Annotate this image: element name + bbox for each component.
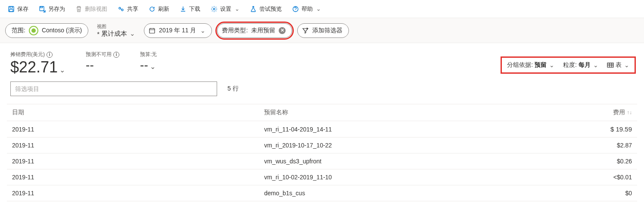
row-count: 5 行 (227, 85, 239, 93)
chevron-down-icon[interactable]: ⌄ (150, 63, 156, 71)
cell-date: 2019-11 (7, 121, 259, 138)
share-icon (118, 6, 124, 13)
svg-rect-10 (607, 63, 613, 67)
filter-items-input[interactable] (10, 81, 217, 96)
cell-name: vm_wus_ds3_upfront (259, 153, 511, 169)
forecast-label: 预测不可用 (86, 51, 112, 58)
download-button[interactable]: 下载 (175, 3, 205, 16)
actual-cost-metric: 摊销费用(美元) i $22.71 ⌄ (10, 51, 65, 76)
summary-row: 摊销费用(美元) i $22.71 ⌄ 预测不可用 i -- 预算:无 -- ⌄… (0, 43, 644, 76)
table-row[interactable]: 2019-11 vm_ri_10-02-2019_11-10 <$0.01 (7, 169, 637, 185)
cell-cost: $2.87 (511, 138, 637, 153)
charge-type-filter-pill[interactable]: 费用类型: 未用预留 ✕ (217, 23, 292, 38)
refresh-label: 刷新 (158, 5, 169, 13)
chevron-down-icon: ⌄ (316, 6, 321, 12)
view-value: *累计成本 ⌄ (97, 30, 135, 38)
calendar-icon (149, 27, 156, 34)
view-selector[interactable]: 视图 *累计成本 ⌄ (93, 23, 139, 38)
col-date[interactable]: 日期 (7, 104, 259, 121)
refresh-icon (149, 6, 156, 13)
svg-rect-1 (10, 6, 12, 8)
chevron-down-icon: ⌄ (235, 6, 240, 12)
svg-rect-9 (149, 28, 155, 33)
chevron-down-icon: ⌄ (200, 27, 205, 34)
share-button[interactable]: 共享 (113, 3, 143, 16)
refresh-button[interactable]: 刷新 (144, 3, 174, 16)
budget-metric: 预算:无 -- ⌄ (140, 51, 157, 72)
view-type-selector[interactable]: 表 ⌄ (607, 61, 629, 69)
table-row[interactable]: 2019-11 vm_ri_2019-10-17_10-22 $2.87 (7, 138, 637, 153)
cell-name: vm_ri_2019-10-17_10-22 (259, 138, 511, 153)
svg-point-6 (121, 9, 123, 11)
date-value: 2019 年 11 月 (159, 27, 196, 34)
info-icon[interactable]: i (47, 52, 53, 58)
cell-date: 2019-11 (7, 169, 259, 185)
forecast-metric: 预测不可用 i -- (86, 51, 119, 72)
save-label: 保存 (17, 5, 28, 13)
delete-view-button: 删除视图 (71, 3, 112, 16)
help-button[interactable]: 帮助 ⌄ (288, 3, 325, 16)
add-filter-label: 添加筛选器 (312, 27, 342, 34)
cell-cost: $0.26 (511, 153, 637, 169)
chevron-down-icon[interactable]: ⌄ (59, 66, 65, 74)
scope-name: Contoso (演示) (42, 27, 82, 34)
top-toolbar: 保存 另存为 删除视图 共享 刷新 下载 设置 ⌄ 尝试预览 帮助 ⌄ (0, 0, 644, 18)
add-filter-pill[interactable]: 添加筛选器 (297, 23, 349, 38)
share-label: 共享 (127, 5, 138, 13)
table-header-row: 日期 预留名称 费用↑↓ (7, 104, 637, 121)
col-reservation-name[interactable]: 预留名称 (259, 104, 511, 121)
save-as-button[interactable]: 另存为 (34, 3, 69, 16)
svg-rect-2 (9, 9, 13, 12)
filter-bar: 范围: Contoso (演示) 视图 *累计成本 ⌄ 2019 年 11 月 … (0, 18, 644, 43)
granularity-selector[interactable]: 粒度: 每月 ⌄ (563, 61, 598, 69)
cost-table: 日期 预留名称 费用↑↓ 2019-11 vm_ri_11-04-2019_14… (7, 104, 637, 201)
forecast-value: -- (86, 58, 119, 72)
svg-point-5 (119, 7, 121, 9)
sort-icon: ↑↓ (627, 109, 632, 116)
cell-name: demo_b1s_cus (259, 185, 511, 201)
group-by-value: 预留 (535, 61, 547, 69)
col-cost[interactable]: 费用↑↓ (511, 104, 637, 121)
scope-selector[interactable]: 范围: Contoso (演示) (5, 23, 88, 38)
cell-cost: $ 19.59 (511, 121, 637, 138)
add-filter-icon (302, 27, 309, 34)
cell-cost: <$0.01 (511, 169, 637, 185)
help-label: 帮助 (302, 5, 313, 13)
granularity-label: 粒度: (563, 61, 577, 69)
save-as-label: 另存为 (48, 5, 65, 13)
save-button[interactable]: 保存 (3, 3, 33, 16)
table-row[interactable]: 2019-11 vm_wus_ds3_upfront $0.26 (7, 153, 637, 169)
budget-value: -- (140, 58, 148, 72)
chevron-down-icon: ⌄ (130, 30, 135, 38)
actual-cost-label: 摊销费用(美元) (10, 51, 45, 58)
flask-icon (250, 6, 257, 13)
table-row[interactable]: 2019-11 vm_ri_11-04-2019_14-11 $ 19.59 (7, 121, 637, 138)
group-by-label: 分组依据: (507, 61, 533, 69)
settings-label: 设置 (220, 5, 231, 13)
granularity-value: 每月 (579, 61, 591, 69)
view-controls: 分组依据: 预留 ⌄ 粒度: 每月 ⌄ 表 ⌄ (503, 59, 634, 72)
svg-point-7 (213, 8, 215, 10)
cell-date: 2019-11 (7, 185, 259, 201)
chevron-down-icon: ⌄ (624, 62, 629, 69)
charge-type-value: 未用预留 (251, 27, 275, 34)
view-label: 视图 (97, 23, 135, 30)
close-icon[interactable]: ✕ (279, 27, 286, 34)
cell-cost: $0 (511, 185, 637, 201)
filter-items-row: 5 行 (0, 76, 644, 101)
table-icon (607, 62, 614, 69)
info-icon[interactable]: i (113, 52, 119, 58)
svg-rect-4 (40, 6, 43, 8)
cell-name: vm_ri_10-02-2019_11-10 (259, 169, 511, 185)
download-label: 下载 (189, 5, 200, 13)
scope-label: 范围: (12, 27, 25, 34)
settings-button[interactable]: 设置 ⌄ (206, 3, 244, 16)
date-range-pill[interactable]: 2019 年 11 月 ⌄ (144, 23, 212, 38)
try-preview-button[interactable]: 尝试预览 (246, 3, 286, 16)
gear-icon (211, 6, 218, 13)
try-preview-label: 尝试预览 (259, 5, 282, 13)
budget-label: 预算:无 (140, 51, 157, 58)
scope-icon (29, 26, 38, 35)
group-by-selector[interactable]: 分组依据: 预留 ⌄ (507, 61, 554, 69)
table-row[interactable]: 2019-11 demo_b1s_cus $0 (7, 185, 637, 201)
